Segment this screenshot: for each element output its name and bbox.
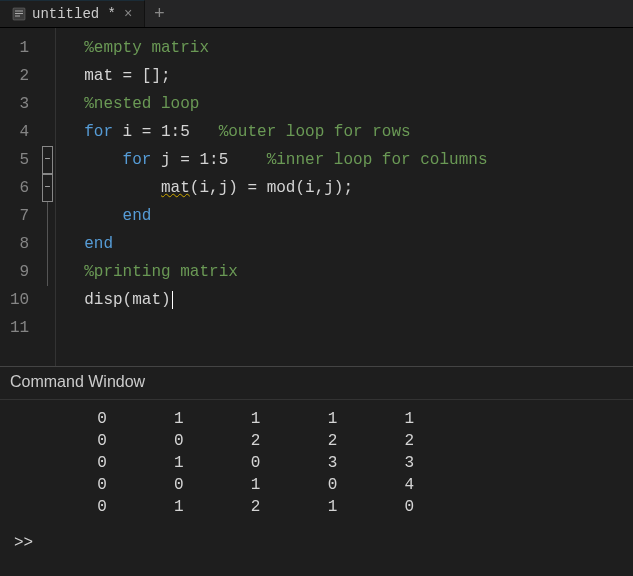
- svg-rect-3: [15, 16, 20, 17]
- fold-guide: [47, 258, 48, 286]
- svg-rect-1: [15, 11, 23, 12]
- output-row: 0 1 2 1 0: [30, 496, 623, 518]
- code-line[interactable]: mat = [];: [84, 62, 487, 90]
- code-line[interactable]: end: [84, 202, 487, 230]
- fold-column: −−: [39, 28, 55, 366]
- line-number: 1: [10, 34, 33, 62]
- code-line[interactable]: %empty matrix: [84, 34, 487, 62]
- line-number: 7: [10, 202, 33, 230]
- file-tab[interactable]: untitled * ×: [0, 0, 145, 27]
- svg-rect-2: [15, 13, 23, 14]
- line-number: 9: [10, 258, 33, 286]
- line-number: 10: [10, 286, 33, 314]
- code-editor[interactable]: 1234567891011 −− %empty matrixmat = [];%…: [0, 28, 633, 366]
- line-number: 8: [10, 230, 33, 258]
- command-window-panel: Command Window 0 1 1 1 1 0 0 2 2 2 0 1 0…: [0, 367, 633, 556]
- code-line[interactable]: %nested loop: [84, 90, 487, 118]
- editor-gutter: 1234567891011 −−: [0, 28, 56, 366]
- prompt-symbol: >>: [14, 534, 33, 552]
- fold-guide: [47, 230, 48, 258]
- output-row: 0 0 1 0 4: [30, 474, 623, 496]
- line-number: 5: [10, 146, 33, 174]
- code-line[interactable]: for i = 1:5 %outer loop for rows: [84, 118, 487, 146]
- line-number: 4: [10, 118, 33, 146]
- line-number: 11: [10, 314, 33, 342]
- output-row: 0 1 1 1 1: [30, 408, 623, 430]
- fold-toggle[interactable]: −: [42, 174, 53, 202]
- text-cursor: [172, 291, 173, 309]
- tab-title: untitled *: [32, 6, 116, 22]
- line-number: 3: [10, 90, 33, 118]
- fold-guide: [47, 202, 48, 230]
- tab-bar: untitled * × +: [0, 0, 633, 28]
- output-row: 0 1 0 3 3: [30, 452, 623, 474]
- code-line[interactable]: mat(i,j) = mod(i,j);: [84, 174, 487, 202]
- code-line[interactable]: for j = 1:5 %inner loop for columns: [84, 146, 487, 174]
- command-window-title: Command Window: [0, 367, 633, 400]
- file-icon: [12, 7, 26, 21]
- code-area[interactable]: %empty matrixmat = [];%nested loopfor i …: [56, 28, 487, 366]
- line-number: 2: [10, 62, 33, 90]
- close-tab-button[interactable]: ×: [122, 6, 134, 22]
- command-window-output: 0 1 1 1 1 0 0 2 2 2 0 1 0 3 3 0 0 1 0 4 …: [0, 400, 633, 522]
- code-line[interactable]: end: [84, 230, 487, 258]
- output-row: 0 0 2 2 2: [30, 430, 623, 452]
- line-number: 6: [10, 174, 33, 202]
- new-tab-button[interactable]: +: [145, 0, 173, 27]
- code-line[interactable]: disp(mat): [84, 286, 487, 314]
- command-prompt[interactable]: >>: [0, 522, 633, 556]
- fold-toggle[interactable]: −: [42, 146, 53, 174]
- line-number-column: 1234567891011: [0, 28, 39, 366]
- code-line[interactable]: %printing matrix: [84, 258, 487, 286]
